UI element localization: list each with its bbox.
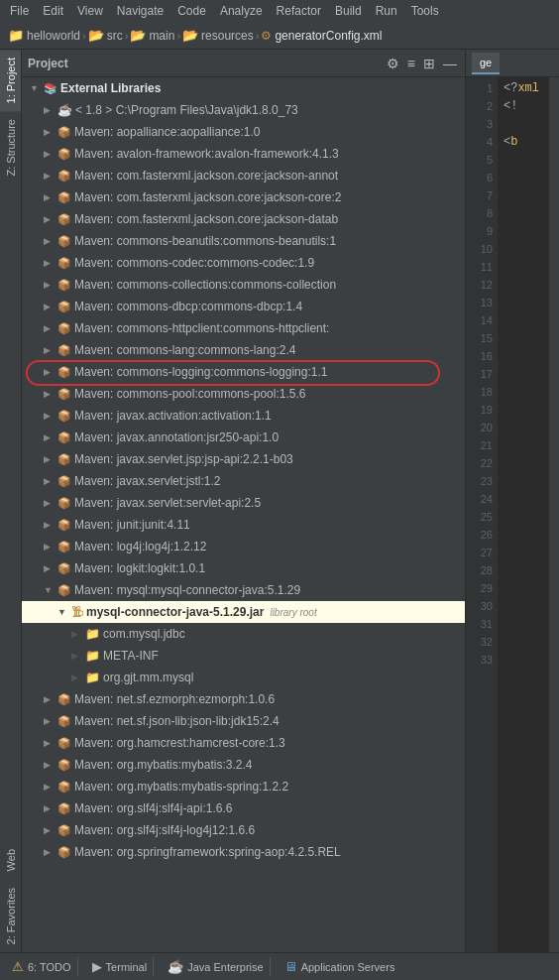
- menu-file[interactable]: File: [4, 2, 35, 20]
- breadcrumb-resources[interactable]: 📂 resources: [182, 28, 254, 43]
- mysql-maven-icon: 📦: [57, 584, 71, 597]
- list-item[interactable]: ▶📦Maven: commons-beanutils:commons-beanu…: [22, 230, 465, 252]
- list-item[interactable]: ▶📦Maven: org.hamcrest:hamcrest-core:1.3: [22, 732, 465, 754]
- xml-file-icon: ⚙: [261, 29, 272, 43]
- list-item[interactable]: ▶📦Maven: avalon-framework:avalon-framewo…: [22, 143, 465, 165]
- maven-icon: 📦: [57, 541, 71, 553]
- resources-icon: 📂: [182, 28, 198, 43]
- list-item[interactable]: ▶📦Maven: org.springframework:spring-aop:…: [22, 841, 465, 863]
- line-numbers: 1 2 3 4 5 6 7 8 9 10 11 12 13 14 15 16 1…: [466, 77, 498, 952]
- status-todo[interactable]: ⚠ 6: TODO: [6, 957, 78, 976]
- project-icon: 📁: [8, 28, 24, 43]
- breadcrumb-project[interactable]: 📁 helloworld: [8, 28, 80, 43]
- editor-content[interactable]: <?xml <! <b: [498, 77, 549, 952]
- list-item[interactable]: ▶ 📁 com.mysql.jdbc: [22, 623, 465, 645]
- tree-arrow-external: ▼: [30, 83, 44, 93]
- editor-tab-generatorconfig[interactable]: ge: [472, 53, 500, 74]
- list-item[interactable]: ▶📦Maven: commons-pool:commons-pool:1.5.6: [22, 383, 465, 405]
- list-item[interactable]: ▶📦Maven: commons-collections:commons-col…: [22, 274, 465, 296]
- maven-icon: 📦: [57, 388, 71, 401]
- maven-icon: 📦: [57, 366, 71, 379]
- breadcrumb: 📁 helloworld › 📂 src › 📂 main › 📂 resour…: [0, 22, 559, 50]
- list-item[interactable]: ▶📦Maven: org.mybatis:mybatis-spring:1.2.…: [22, 776, 465, 797]
- editor-area: 1 2 3 4 5 6 7 8 9 10 11 12 13 14 15 16 1…: [466, 77, 559, 952]
- breadcrumb-file[interactable]: ⚙ generatorConfig.xml: [261, 29, 382, 43]
- panel-layout-btn[interactable]: ≡: [405, 57, 417, 70]
- menu-analyze[interactable]: Analyze: [214, 2, 269, 20]
- list-item[interactable]: ▶📦Maven: org.mybatis:mybatis:3.2.4: [22, 754, 465, 776]
- menu-refactor[interactable]: Refactor: [271, 2, 327, 20]
- sidebar-tab-project[interactable]: 1: Project: [0, 50, 21, 111]
- maven-icon: 📦: [57, 257, 71, 270]
- menu-tools[interactable]: Tools: [405, 2, 445, 20]
- list-item[interactable]: ▶📦Maven: com.fasterxml.jackson.core:jack…: [22, 208, 465, 230]
- list-item[interactable]: ▶📦Maven: org.slf4j:slf4j-log4j12:1.6.6: [22, 819, 465, 841]
- list-item[interactable]: ▶📦Maven: commons-lang:commons-lang:2.4: [22, 339, 465, 361]
- list-item[interactable]: ▶📦Maven: junit:junit:4.11: [22, 514, 465, 536]
- list-item[interactable]: ▶📦Maven: commons-logging:commons-logging…: [22, 361, 465, 383]
- list-item[interactable]: ▶📦Maven: org.slf4j:slf4j-api:1.6.6: [22, 797, 465, 819]
- status-terminal[interactable]: ▶ Terminal: [86, 957, 155, 976]
- terminal-label: Terminal: [106, 961, 148, 973]
- menu-code[interactable]: Code: [171, 2, 212, 20]
- editor-scrollbar[interactable]: [549, 77, 559, 952]
- breadcrumb-src[interactable]: 📂 src: [88, 28, 123, 43]
- list-item[interactable]: ▶📦Maven: logkit:logkit:1.0.1: [22, 557, 465, 579]
- breadcrumb-main[interactable]: 📂 main: [130, 28, 174, 43]
- side-tabs-left: 1: Project Z: Structure Web 2: Favorites: [0, 50, 22, 952]
- menu-view[interactable]: View: [71, 2, 109, 20]
- maven-icon: 📦: [57, 235, 71, 248]
- right-panel: ge 1 2 3 4 5 6 7 8 9 10 11 12 13 14 15 1…: [466, 50, 559, 952]
- maven-icon: 📦: [57, 322, 71, 335]
- maven-icon: 📦: [57, 715, 71, 728]
- list-item[interactable]: ▶ 📁 org.gjt.mm.mysql: [22, 667, 465, 688]
- maven-icon: 📦: [57, 824, 71, 837]
- panel-expand-btn[interactable]: ⊞: [421, 57, 437, 70]
- java-enterprise-label: Java Enterprise: [187, 961, 263, 973]
- mysql-jar-item[interactable]: ▼ 🗜 mysql-connector-java-5.1.29.jar libr…: [22, 601, 465, 623]
- menu-build[interactable]: Build: [329, 2, 368, 20]
- panel-minimize-btn[interactable]: —: [441, 57, 459, 70]
- status-application-servers[interactable]: 🖥 Application Servers: [279, 957, 401, 976]
- list-item[interactable]: ▶ ☕ < 1.8 > C:\Program Files\Java\jdk1.8…: [22, 99, 465, 121]
- main-icon: 📂: [130, 28, 146, 43]
- maven-icon: 📦: [57, 453, 71, 466]
- list-item[interactable]: ▶📦Maven: javax.servlet:servlet-api:2.5: [22, 492, 465, 514]
- list-item[interactable]: ▶📦Maven: net.sf.json-lib:json-lib:jdk15:…: [22, 710, 465, 732]
- external-libraries-icon: 📚: [44, 82, 57, 95]
- list-item[interactable]: ▶📦Maven: javax.activation:activation:1.1: [22, 405, 465, 427]
- list-item[interactable]: ▶📦Maven: log4j:log4j:1.2.12: [22, 536, 465, 557]
- panel-actions: ⚙ ≡ ⊞ —: [385, 57, 459, 70]
- panel-header: Project ⚙ ≡ ⊞ —: [22, 50, 465, 77]
- maven-icon: 📦: [57, 846, 71, 859]
- maven-icon: 📦: [57, 126, 71, 139]
- maven-mysql-parent[interactable]: ▼ 📦 Maven: mysql:mysql-connector-java:5.…: [22, 579, 465, 601]
- sidebar-tab-structure[interactable]: Z: Structure: [0, 111, 21, 184]
- tree-root-external[interactable]: ▼ 📚 External Libraries: [22, 77, 465, 99]
- sidebar-tab-web[interactable]: Web: [0, 841, 21, 879]
- menu-run[interactable]: Run: [370, 2, 403, 20]
- list-item[interactable]: ▶📦Maven: aopalliance:aopalliance:1.0: [22, 121, 465, 143]
- editor-line-3: [503, 115, 543, 133]
- list-item[interactable]: ▶📦Maven: net.sf.ezmorph:ezmorph:1.0.6: [22, 688, 465, 710]
- sidebar-tab-favorites[interactable]: 2: Favorites: [0, 880, 21, 952]
- list-item[interactable]: ▶📦Maven: commons-codec:commons-codec:1.9: [22, 252, 465, 274]
- status-java-enterprise[interactable]: ☕ Java Enterprise: [162, 957, 270, 976]
- panel-settings-btn[interactable]: ⚙: [385, 57, 401, 70]
- list-item[interactable]: ▶📦Maven: com.fasterxml.jackson.core:jack…: [22, 165, 465, 186]
- editor-line-1: <?xml: [503, 79, 543, 97]
- list-item[interactable]: ▶📦Maven: commons-httpclient:commons-http…: [22, 317, 465, 339]
- mysql-jar-label: mysql-connector-java-5.1.29.jar: [86, 605, 264, 619]
- maven-icon: 📦: [57, 802, 71, 815]
- list-item[interactable]: ▶📦Maven: commons-dbcp:commons-dbcp:1.4: [22, 296, 465, 317]
- menu-navigate[interactable]: Navigate: [111, 2, 169, 20]
- list-item[interactable]: ▶📦Maven: javax.servlet.jsp:jsp-api:2.2.1…: [22, 448, 465, 470]
- list-item[interactable]: ▶📦Maven: javax.annotation:jsr250-api:1.0: [22, 427, 465, 448]
- editor-tab-bar: ge: [466, 50, 559, 77]
- todo-label: 6: TODO: [28, 961, 71, 973]
- list-item[interactable]: ▶📦Maven: javax.servlet:jstl:1.2: [22, 470, 465, 492]
- menu-edit[interactable]: Edit: [37, 2, 69, 20]
- list-item[interactable]: ▶📦Maven: com.fasterxml.jackson.core:jack…: [22, 186, 465, 208]
- tree-container[interactable]: ▼ 📚 External Libraries ▶ ☕ < 1.8 > C:\Pr…: [22, 77, 465, 952]
- list-item[interactable]: ▶ 📁 META-INF: [22, 645, 465, 667]
